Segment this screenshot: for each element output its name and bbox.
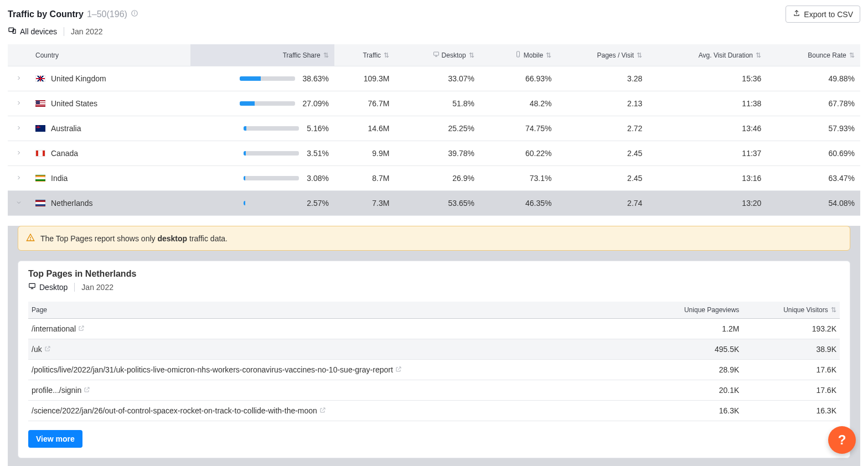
chevron-down-icon[interactable] bbox=[16, 199, 22, 208]
bounce-value: 60.69% bbox=[767, 141, 860, 166]
country-name: India bbox=[51, 174, 68, 183]
pageviews-value: 28.9K bbox=[642, 360, 742, 380]
col-expand bbox=[8, 44, 30, 66]
flag-icon bbox=[35, 75, 45, 82]
table-row[interactable]: Netherlands 2.57% 7.3M 53.65% 46.35% 2.7… bbox=[8, 191, 860, 216]
duration-value: 13:46 bbox=[648, 116, 767, 141]
traffic-value: 9.9M bbox=[334, 141, 395, 166]
duration-value: 11:38 bbox=[648, 91, 767, 116]
table-row[interactable]: Australia 5.16% 14.6M 25.25% 74.75% 2.72… bbox=[8, 116, 860, 141]
col-avg-duration[interactable]: Avg. Visit Duration ⇅ bbox=[648, 44, 767, 66]
col-desktop[interactable]: Desktop ⇅ bbox=[395, 44, 479, 66]
share-value: 38.63% bbox=[303, 74, 329, 83]
share-value: 3.51% bbox=[307, 149, 329, 158]
svg-point-11 bbox=[30, 240, 31, 240]
sort-icon: ⇅ bbox=[382, 51, 389, 59]
table-row[interactable]: United States 27.09% 76.7M 51.8% 48.2% 2… bbox=[8, 91, 860, 116]
chevron-right-icon[interactable] bbox=[16, 74, 22, 83]
flag-icon bbox=[35, 200, 45, 206]
svg-rect-5 bbox=[433, 52, 438, 55]
col-page[interactable]: Page bbox=[28, 302, 642, 319]
traffic-value: 7.3M bbox=[334, 191, 395, 216]
list-item[interactable]: /international 1.2M 193.2K bbox=[28, 319, 840, 339]
pages-value: 2.13 bbox=[557, 91, 648, 116]
sort-icon: ⇅ bbox=[635, 51, 642, 59]
visitors-value: 193.2K bbox=[742, 319, 840, 339]
devices-filter[interactable]: All devices bbox=[8, 26, 57, 37]
traffic-value: 8.7M bbox=[334, 166, 395, 191]
country-name: United States bbox=[51, 99, 97, 108]
pages-value: 2.45 bbox=[557, 166, 648, 191]
traffic-value: 14.6M bbox=[334, 116, 395, 141]
warning-banner: The Top Pages report shows only desktop … bbox=[18, 226, 850, 251]
page-title: Traffic by Country bbox=[8, 9, 84, 19]
export-csv-button[interactable]: Export to CSV bbox=[786, 6, 860, 23]
page-path: /science/2022/jan/26/out-of-control-spac… bbox=[32, 406, 317, 415]
devices-icon bbox=[8, 26, 17, 37]
external-link-icon[interactable] bbox=[84, 386, 90, 395]
duration-value: 11:37 bbox=[648, 141, 767, 166]
country-table: Country Traffic Share ⇅ Traffic ⇅ Deskto… bbox=[8, 44, 860, 466]
bounce-value: 54.08% bbox=[767, 191, 860, 216]
share-bar bbox=[240, 76, 295, 81]
col-traffic[interactable]: Traffic ⇅ bbox=[334, 44, 395, 66]
col-pages-visit[interactable]: Pages / Visit ⇅ bbox=[557, 44, 648, 66]
table-row[interactable]: Canada 3.51% 9.9M 39.78% 60.22% 2.45 11:… bbox=[8, 141, 860, 166]
visitors-value: 38.9K bbox=[742, 339, 840, 360]
chevron-right-icon[interactable] bbox=[16, 149, 22, 158]
info-icon[interactable] bbox=[131, 9, 138, 19]
share-bar bbox=[244, 126, 299, 131]
col-pageviews[interactable]: Unique Pageviews bbox=[642, 302, 742, 319]
mobile-value: 48.2% bbox=[480, 91, 557, 116]
share-value: 27.09% bbox=[303, 99, 329, 108]
country-name: Canada bbox=[51, 149, 78, 158]
mobile-value: 73.1% bbox=[480, 166, 557, 191]
list-item[interactable]: /politics/live/2022/jan/31/uk-politics-l… bbox=[28, 360, 840, 380]
pages-value: 2.45 bbox=[557, 141, 648, 166]
pageviews-value: 16.3K bbox=[642, 401, 742, 421]
col-visitors[interactable]: Unique Visitors ⇅ bbox=[742, 302, 840, 319]
external-link-icon[interactable] bbox=[319, 406, 326, 415]
duration-value: 13:16 bbox=[648, 166, 767, 191]
col-traffic-share[interactable]: Traffic Share ⇅ bbox=[190, 44, 334, 66]
pages-value: 2.74 bbox=[557, 191, 648, 216]
bounce-value: 63.47% bbox=[767, 166, 860, 191]
visitors-value: 17.6K bbox=[742, 380, 840, 401]
chevron-right-icon[interactable] bbox=[16, 174, 22, 183]
date-filter[interactable]: Jan 2022 bbox=[71, 27, 103, 36]
help-button[interactable]: ? bbox=[828, 426, 856, 454]
share-value: 3.08% bbox=[307, 174, 329, 183]
pageviews-value: 1.2M bbox=[642, 319, 742, 339]
page-path: /politics/live/2022/jan/31/uk-politics-l… bbox=[32, 365, 393, 374]
list-item[interactable]: /science/2022/jan/26/out-of-control-spac… bbox=[28, 401, 840, 421]
view-more-button[interactable]: View more bbox=[28, 430, 82, 448]
col-bounce[interactable]: Bounce Rate ⇅ bbox=[767, 44, 860, 66]
sort-icon: ⇅ bbox=[467, 51, 474, 59]
table-row[interactable]: India 3.08% 8.7M 26.9% 73.1% 2.45 13:16 … bbox=[8, 166, 860, 191]
col-mobile[interactable]: Mobile ⇅ bbox=[480, 44, 557, 66]
external-link-icon[interactable] bbox=[44, 345, 51, 354]
list-item[interactable]: /uk 495.5K 38.9K bbox=[28, 339, 840, 360]
bounce-value: 67.78% bbox=[767, 91, 860, 116]
desktop-value: 53.65% bbox=[395, 191, 479, 216]
duration-value: 13:20 bbox=[648, 191, 767, 216]
range-label: 1–50(196) bbox=[87, 9, 127, 19]
external-link-icon[interactable] bbox=[78, 324, 85, 333]
chevron-right-icon[interactable] bbox=[16, 99, 22, 108]
list-item[interactable]: profile.../signin 20.1K 17.6K bbox=[28, 380, 840, 401]
separator bbox=[64, 27, 64, 36]
table-row[interactable]: United Kingdom 38.63% 109.3M 33.07% 66.9… bbox=[8, 66, 860, 91]
mobile-value: 74.75% bbox=[480, 116, 557, 141]
external-link-icon[interactable] bbox=[395, 365, 402, 374]
bounce-value: 49.88% bbox=[767, 66, 860, 91]
flag-icon bbox=[35, 175, 45, 182]
top-pages-card: Top Pages in Netherlands Desktop Jan 202… bbox=[18, 261, 850, 458]
desktop-value: 51.8% bbox=[395, 91, 479, 116]
country-name: United Kingdom bbox=[51, 74, 106, 83]
sort-icon: ⇅ bbox=[831, 306, 836, 314]
mobile-value: 46.35% bbox=[480, 191, 557, 216]
pages-value: 2.72 bbox=[557, 116, 648, 141]
col-country[interactable]: Country bbox=[30, 44, 190, 66]
desktop-value: 25.25% bbox=[395, 116, 479, 141]
chevron-right-icon[interactable] bbox=[16, 124, 22, 133]
